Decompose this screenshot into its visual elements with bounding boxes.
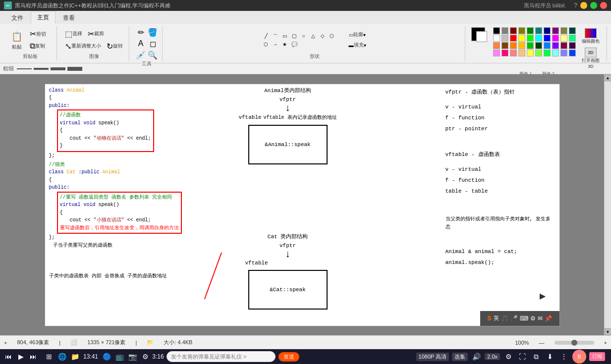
tab-view[interactable]: 查看 bbox=[56, 12, 81, 24]
shape-hex[interactable]: ⬡ bbox=[262, 41, 271, 48]
volume-icon[interactable]: 🔊 bbox=[471, 351, 482, 362]
edit-colors-button[interactable]: 编辑颜色 bbox=[579, 27, 603, 46]
zoom-plus[interactable]: + bbox=[604, 340, 607, 346]
color-swatch[interactable] bbox=[552, 35, 559, 42]
user-avatar[interactable]: B bbox=[572, 350, 586, 364]
scrollbar-down[interactable]: ▼ bbox=[605, 328, 611, 335]
zoom-slider[interactable] bbox=[555, 341, 594, 345]
play-pause-button[interactable]: ▶ bbox=[15, 351, 26, 362]
color-swatch[interactable] bbox=[552, 50, 559, 56]
prev-button[interactable]: ⏮ bbox=[3, 351, 14, 362]
shape-diamond[interactable]: ◇ bbox=[318, 33, 327, 41]
maximize-button[interactable] bbox=[590, 2, 597, 9]
color-swatch[interactable] bbox=[560, 35, 567, 42]
color-swatch[interactable] bbox=[518, 35, 525, 42]
shape-curve[interactable]: ⌒ bbox=[271, 33, 280, 41]
zoom-thumb[interactable] bbox=[571, 340, 577, 346]
scrollbar-right[interactable]: ▲ ▼ bbox=[604, 74, 611, 335]
color-swatch[interactable] bbox=[493, 42, 500, 49]
tool-text[interactable]: A bbox=[135, 39, 146, 49]
download-icon[interactable]: ⬇ bbox=[545, 351, 555, 362]
help-icon[interactable]: ? bbox=[574, 2, 577, 9]
color-swatch[interactable] bbox=[544, 50, 551, 56]
color-swatch[interactable] bbox=[569, 42, 576, 49]
color-swatch[interactable] bbox=[527, 50, 534, 56]
color-swatch[interactable] bbox=[510, 50, 517, 56]
paste-button[interactable]: 📋 粘贴 bbox=[8, 29, 26, 52]
color-swatch[interactable] bbox=[560, 50, 567, 56]
color-swatch[interactable] bbox=[535, 27, 542, 34]
color-swatch[interactable] bbox=[510, 27, 517, 34]
close-button[interactable] bbox=[600, 2, 607, 9]
color-swatch[interactable] bbox=[560, 27, 567, 34]
shape-rect[interactable]: ▭ bbox=[280, 33, 289, 41]
resize-button[interactable]: ⤡ 重新调整大小 bbox=[63, 41, 103, 52]
bilibili-login[interactable]: 订阅 bbox=[589, 352, 605, 361]
color-swatch[interactable] bbox=[569, 50, 576, 56]
color-swatch[interactable] bbox=[535, 35, 542, 42]
color-swatch[interactable] bbox=[501, 27, 508, 34]
cut-button[interactable]: ✂ 剪切 bbox=[28, 28, 53, 40]
color-swatch[interactable] bbox=[493, 35, 500, 42]
send-button[interactable]: 发送 bbox=[278, 352, 299, 362]
fill-btn[interactable]: ▬ 填充 ▾ bbox=[347, 41, 368, 50]
thickness-3[interactable] bbox=[51, 67, 65, 70]
shape-star[interactable]: ★ bbox=[280, 41, 289, 48]
select-button[interactable]: ⬚ 选择 bbox=[63, 28, 84, 40]
color-swatch[interactable] bbox=[544, 42, 551, 49]
pip-icon[interactable]: ⧉ bbox=[531, 351, 542, 362]
rotate-button[interactable]: ↻ 旋转 bbox=[105, 41, 125, 52]
taskbar-app1[interactable]: 🔵 bbox=[101, 351, 112, 362]
drawing-area[interactable]: class Animal { public: //虚函数 virtual voi… bbox=[45, 84, 560, 326]
color-swatch[interactable] bbox=[535, 50, 542, 56]
thickness-2[interactable] bbox=[34, 68, 49, 70]
tab-home[interactable]: 主页 bbox=[31, 11, 56, 24]
shape-callout[interactable]: 💬 bbox=[290, 41, 299, 48]
chat-input[interactable] bbox=[171, 354, 271, 360]
taskbar-app2[interactable]: 📺 bbox=[114, 351, 125, 362]
shape-triangle[interactable]: △ bbox=[309, 33, 318, 41]
tab-file[interactable]: 文件 bbox=[5, 12, 30, 24]
scrollbar-up[interactable]: ▲ bbox=[605, 74, 611, 81]
color-swatch[interactable] bbox=[569, 27, 576, 34]
outline-button[interactable]: ▭ 轮廓 ▾ bbox=[347, 30, 368, 39]
tool-picker[interactable]: 💉 bbox=[135, 50, 146, 60]
taskbar-file-icon[interactable]: 📁 bbox=[69, 351, 80, 362]
color-swatch[interactable] bbox=[518, 50, 525, 56]
color-swatch[interactable] bbox=[552, 27, 559, 34]
shape-pentagon[interactable]: ⬠ bbox=[328, 33, 336, 41]
canvas[interactable]: class Animal { public: //虚函数 virtual voi… bbox=[0, 74, 604, 335]
color-swatch[interactable] bbox=[510, 35, 517, 42]
play-button[interactable]: ▶ bbox=[532, 286, 552, 306]
settings-icon[interactable]: ⚙ bbox=[503, 351, 514, 362]
color-swatch[interactable] bbox=[518, 27, 525, 34]
thickness-1[interactable] bbox=[17, 68, 32, 69]
color2-swatch[interactable] bbox=[476, 31, 487, 42]
shape-line[interactable]: ╱ bbox=[262, 33, 271, 41]
color-swatch[interactable] bbox=[527, 27, 534, 34]
shape-arrow[interactable]: → bbox=[271, 41, 280, 48]
color-swatch[interactable] bbox=[569, 35, 576, 42]
next-button[interactable]: ⏭ bbox=[28, 351, 39, 362]
shape-ellipse[interactable]: ○ bbox=[299, 33, 308, 41]
color-swatch[interactable] bbox=[501, 42, 508, 49]
tool-zoom[interactable]: 🔍 bbox=[147, 50, 158, 60]
taskbar-browser-icon[interactable]: 🌐 bbox=[56, 351, 67, 362]
shape-roundrect[interactable]: ▢ bbox=[290, 33, 299, 41]
color-swatch[interactable] bbox=[544, 35, 551, 42]
taskbar-windows-button[interactable]: ⊞ bbox=[44, 351, 55, 362]
crop-button[interactable]: ✂ 裁剪 bbox=[86, 28, 106, 40]
taskbar-camera[interactable]: 📷 bbox=[127, 351, 138, 362]
tool-fill[interactable]: 🪣 bbox=[147, 27, 158, 38]
color-swatch[interactable] bbox=[544, 27, 551, 34]
color-swatch[interactable] bbox=[535, 42, 542, 49]
color-swatch[interactable] bbox=[527, 42, 534, 49]
color-swatch[interactable] bbox=[493, 27, 500, 34]
minimize-button[interactable] bbox=[580, 2, 587, 9]
tool-pencil[interactable]: ✏ bbox=[135, 27, 146, 38]
color-swatch[interactable] bbox=[501, 35, 508, 42]
tool-eraser[interactable]: ◻ bbox=[147, 39, 158, 49]
color-swatch[interactable] bbox=[560, 42, 567, 49]
more-icon[interactable]: ⋮ bbox=[558, 351, 569, 362]
color-swatch[interactable] bbox=[501, 50, 508, 56]
